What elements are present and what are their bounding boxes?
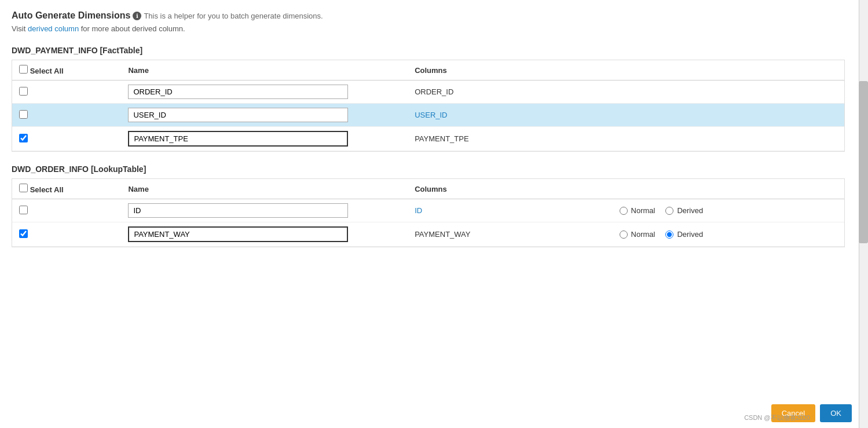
- fact-row1-checkbox-cell: [12, 104, 121, 127]
- lookup-row1-name-input[interactable]: [128, 226, 348, 242]
- lookup-row0-derived-radio[interactable]: [665, 207, 673, 215]
- subtitle: Visit derived column for more about deri…: [12, 24, 856, 33]
- fact-row1-columns-text: USER_ID: [415, 111, 447, 119]
- lookup-row1-derived-radio[interactable]: [665, 231, 673, 239]
- lookup-row1-columns-cell: PAYMENT_WAY: [408, 222, 612, 247]
- lookup-select-all-header: Select All: [12, 179, 121, 199]
- table-row: PAYMENT_TPE: [12, 127, 844, 151]
- lookup-row1-normal-radio-item: Normal: [620, 230, 655, 239]
- lookup-row1-checkbox[interactable]: [19, 229, 28, 238]
- fact-type-header: [613, 60, 844, 81]
- lookup-row1-normal-label: Normal: [631, 230, 655, 239]
- subtitle-suffix: for more about derived column.: [81, 24, 185, 33]
- lookup-row1-normal-radio[interactable]: [620, 231, 628, 239]
- lookup-row1-derived-radio-item: Derived: [665, 230, 703, 239]
- table-row: PAYMENT_WAY Normal: [12, 222, 844, 247]
- fact-row0-name-cell: [121, 81, 408, 104]
- fact-row1-name-input[interactable]: [128, 108, 348, 122]
- helper-text: This is a helper for you to batch genera…: [144, 12, 323, 20]
- fact-columns-header: Columns: [408, 60, 612, 81]
- fact-row2-type-cell: [613, 127, 844, 151]
- fact-row0-columns-cell: ORDER_ID: [408, 81, 612, 104]
- fact-row2-checkbox[interactable]: [19, 134, 28, 142]
- lookup-row0-columns-text: ID: [415, 206, 422, 215]
- lookup-row1-derived-label: Derived: [677, 230, 703, 239]
- lookup-row0-checkbox[interactable]: [19, 206, 28, 214]
- lookup-row0-columns-cell: ID: [408, 199, 612, 222]
- lookup-row1-radio-group: Normal Derived: [620, 230, 837, 239]
- watermark: CSDN @不以物喜2020: [744, 414, 810, 422]
- fact-row2-columns-cell: PAYMENT_TPE: [408, 127, 612, 151]
- lookup-row0-normal-label: Normal: [631, 206, 655, 215]
- fact-row2-checkbox-cell: [12, 127, 121, 151]
- fact-row1-type-cell: [613, 104, 844, 127]
- fact-row0-checkbox[interactable]: [19, 87, 28, 96]
- lookup-row0-name-input[interactable]: [128, 203, 348, 218]
- page-header: Auto Generate Dimensions ℹ This is a hel…: [12, 10, 856, 21]
- lookup-row0-type-cell: Normal Derived: [613, 199, 844, 222]
- lookup-table: Select All Name Columns: [12, 179, 844, 247]
- ok-button[interactable]: OK: [820, 404, 852, 422]
- lookup-row0-checkbox-cell: [12, 199, 121, 222]
- lookup-select-all-checkbox[interactable]: [19, 184, 28, 192]
- lookup-type-header: [613, 179, 844, 199]
- lookup-row0-normal-radio[interactable]: [620, 207, 628, 215]
- fact-row2-columns-text: PAYMENT_TPE: [415, 134, 468, 143]
- lookup-row0-normal-radio-item: Normal: [620, 206, 655, 215]
- fact-row0-columns-text: ORDER_ID: [415, 87, 453, 96]
- subtitle-prefix: Visit: [12, 24, 25, 33]
- main-content: DWD_PAYMENT_INFO [FactTable] Select All …: [12, 46, 856, 247]
- lookup-table-container: Select All Name Columns: [12, 178, 845, 247]
- fact-row1-checkbox[interactable]: [19, 110, 28, 119]
- lookup-row1-columns-text: PAYMENT_WAY: [415, 230, 470, 239]
- fact-row0-name-input[interactable]: [128, 85, 348, 99]
- fact-table-container: Select All Name Columns: [12, 60, 845, 152]
- table-row: USER_ID: [12, 104, 844, 127]
- lookup-table-title: DWD_ORDER_INFO [LookupTable]: [12, 164, 845, 174]
- lookup-row0-radio-group: Normal Derived: [620, 206, 837, 215]
- page-container: Auto Generate Dimensions ℹ This is a hel…: [0, 0, 868, 428]
- lookup-row1-checkbox-cell: [12, 222, 121, 247]
- fact-select-all-label: Select All: [30, 67, 64, 75]
- scrollbar-thumb[interactable]: [859, 81, 868, 243]
- fact-select-all-checkbox[interactable]: [19, 65, 28, 74]
- lookup-row0-name-cell: [121, 199, 408, 222]
- fact-table: Select All Name Columns: [12, 60, 844, 151]
- fact-row0-type-cell: [613, 81, 844, 104]
- fact-table-title: DWD_PAYMENT_INFO [FactTable]: [12, 46, 845, 55]
- table-row: ORDER_ID: [12, 81, 844, 104]
- fact-table-section: DWD_PAYMENT_INFO [FactTable] Select All …: [12, 46, 845, 152]
- scrollbar-track: [859, 0, 868, 428]
- fact-row1-columns-cell: USER_ID: [408, 104, 612, 127]
- fact-row1-name-cell: [121, 104, 408, 127]
- lookup-table-section: DWD_ORDER_INFO [LookupTable] Select All …: [12, 164, 845, 247]
- fact-select-all-header: Select All: [12, 60, 121, 81]
- fact-table-header-row: Select All Name Columns: [12, 60, 844, 81]
- derived-column-link[interactable]: derived column: [28, 24, 79, 33]
- lookup-select-all-label: Select All: [30, 185, 64, 194]
- info-icon[interactable]: ℹ: [133, 12, 141, 20]
- lookup-row0-derived-radio-item: Derived: [665, 206, 703, 215]
- lookup-table-header-row: Select All Name Columns: [12, 179, 844, 199]
- table-row: ID Normal Deri: [12, 199, 844, 222]
- fact-row2-name-input[interactable]: [128, 131, 348, 147]
- fact-name-header: Name: [121, 60, 408, 81]
- lookup-name-header: Name: [121, 179, 408, 199]
- fact-row2-name-cell: [121, 127, 408, 151]
- page-title: Auto Generate Dimensions: [12, 10, 130, 21]
- fact-row0-checkbox-cell: [12, 81, 121, 104]
- scrollbar[interactable]: [859, 0, 868, 428]
- lookup-row1-type-cell: Normal Derived: [613, 222, 844, 247]
- lookup-columns-header: Columns: [408, 179, 612, 199]
- lookup-row0-derived-label: Derived: [677, 206, 703, 215]
- lookup-row1-name-cell: [121, 222, 408, 247]
